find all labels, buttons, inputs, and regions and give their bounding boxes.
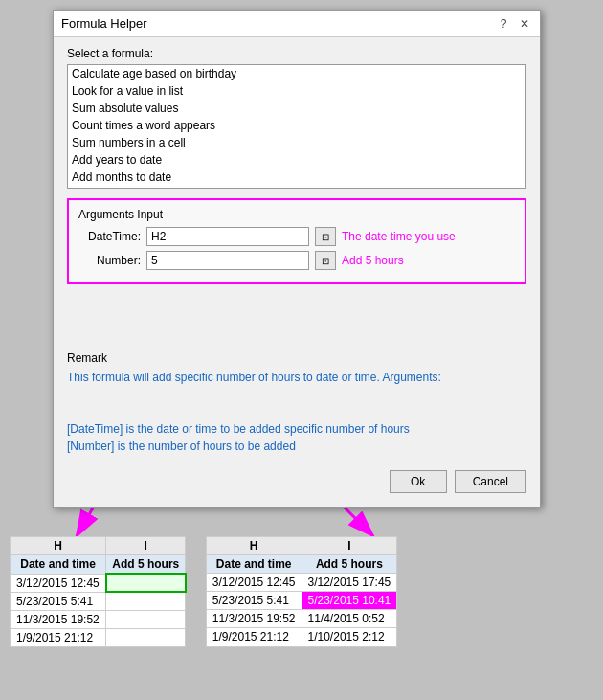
right-cell-date: 3/12/2015 12:45 <box>206 574 302 592</box>
formula-list-item[interactable]: Sum numbers in a cell <box>68 134 525 151</box>
right-cell-value: 5/23/2015 10:41 <box>302 592 397 610</box>
cancel-button[interactable]: Cancel <box>455 470 526 493</box>
right-cell-date: 11/3/2015 19:52 <box>206 610 302 628</box>
right-cell-value: 11/4/2015 0:52 <box>302 610 397 628</box>
left-cell-value <box>106 574 186 592</box>
dialog-titlebar: Formula Helper ? ✕ <box>54 11 540 37</box>
formula-list: Calculate age based on birthdayLook for … <box>68 65 525 189</box>
remark-label: Remark <box>67 351 526 365</box>
dialog-title: Formula Helper <box>61 16 147 31</box>
right-table-row: 1/9/2015 21:121/10/2015 2:12 <box>206 628 397 646</box>
left-col-h-header: H <box>11 537 106 555</box>
left-cell-date: 1/9/2015 21:12 <box>11 628 106 646</box>
arrow-area <box>67 294 526 351</box>
formula-list-item[interactable]: Calculate age based on birthday <box>68 65 525 82</box>
remark-text: This formula will add specific number of… <box>67 369 526 455</box>
spreadsheet-area: H I Date and timeAdd 5 hours3/12/2015 12… <box>0 536 603 647</box>
formula-list-item[interactable]: Add months to date <box>68 169 525 186</box>
dialog-footer: Ok Cancel <box>67 464 526 493</box>
arg-hint-datetime: The date time you use <box>342 230 456 243</box>
arg-ref-btn-number[interactable]: ⊡ <box>315 251 336 270</box>
dialog-controls: ? ✕ <box>496 17 532 31</box>
left-cell-value <box>106 592 186 610</box>
arg-hint-number: Add 5 hours <box>342 254 404 267</box>
arguments-title: Arguments Input <box>78 208 515 221</box>
help-button[interactable]: ? <box>496 17 511 31</box>
ok-button[interactable]: Ok <box>390 470 447 493</box>
arg-row-datetime: DateTime: ⊡ The date time you use <box>78 227 515 246</box>
right-table-row: 5/23/2015 5:415/23/2015 10:41 <box>206 592 397 610</box>
right-col-h-header: H <box>206 537 302 555</box>
arg-ref-btn-datetime[interactable]: ⊡ <box>315 227 336 246</box>
right-cell-value: 3/12/2015 17:45 <box>302 574 397 592</box>
left-header-date: Date and time <box>11 555 106 575</box>
right-table-row: 11/3/2015 19:5211/4/2015 0:52 <box>206 610 397 628</box>
formula-helper-dialog: Formula Helper ? ✕ Select a formula: Cal… <box>53 10 541 508</box>
left-cell-date: 3/12/2015 12:45 <box>11 574 106 592</box>
formula-list-item[interactable]: Add days to date <box>68 186 525 189</box>
right-header-date: Date and time <box>206 555 302 574</box>
right-cell-date: 5/23/2015 5:41 <box>206 592 302 610</box>
left-table: H I Date and timeAdd 5 hours3/12/2015 12… <box>10 536 187 647</box>
left-cell-date: 5/23/2015 5:41 <box>11 592 106 610</box>
right-header-add5: Add 5 hours <box>302 555 397 574</box>
left-cell-value <box>106 628 186 646</box>
right-cell-date: 1/9/2015 21:12 <box>206 628 302 646</box>
arg-label-datetime: DateTime: <box>78 230 141 243</box>
close-button[interactable]: ✕ <box>517 17 532 31</box>
select-formula-label: Select a formula: <box>67 47 526 60</box>
left-table-row: 1/9/2015 21:12 <box>11 628 186 646</box>
dialog-body: Select a formula: Calculate age based on… <box>54 37 540 507</box>
formula-list-container[interactable]: Calculate age based on birthdayLook for … <box>67 64 526 189</box>
right-table-row: 3/12/2015 12:453/12/2015 17:45 <box>206 574 397 592</box>
left-cell-value <box>106 610 186 628</box>
left-table-row: 3/12/2015 12:45 <box>11 574 186 592</box>
arg-input-number[interactable] <box>146 251 309 270</box>
remark-line-2: [DateTime] is the date or time to be add… <box>67 422 410 436</box>
left-cell-date: 11/3/2015 19:52 <box>11 610 106 628</box>
right-cell-value: 1/10/2015 2:12 <box>302 628 397 646</box>
left-header-add5: Add 5 hours <box>106 555 186 575</box>
remark-section: Remark This formula will add specific nu… <box>67 351 526 455</box>
left-table-row: 11/3/2015 19:52 <box>11 610 186 628</box>
formula-list-item[interactable]: Sum absolute values <box>68 100 525 117</box>
left-col-i-header: I <box>106 537 186 555</box>
right-col-i-header: I <box>302 537 397 555</box>
formula-list-item[interactable]: Add years to date <box>68 151 525 169</box>
arg-label-number: Number: <box>78 254 141 267</box>
arg-row-number: Number: ⊡ Add 5 hours <box>78 251 515 270</box>
remark-line-0: This formula will add specific number of… <box>67 371 441 384</box>
formula-list-item[interactable]: Count times a word appears <box>68 117 525 134</box>
formula-list-item[interactable]: Look for a value in list <box>68 82 525 100</box>
right-table: H I Date and timeAdd 5 hours3/12/2015 12… <box>206 536 398 647</box>
arguments-section: Arguments Input DateTime: ⊡ The date tim… <box>67 198 526 284</box>
remark-line-3: [Number] is the number of hours to be ad… <box>67 440 296 453</box>
arg-input-datetime[interactable] <box>146 227 309 246</box>
left-table-row: 5/23/2015 5:41 <box>11 592 186 610</box>
